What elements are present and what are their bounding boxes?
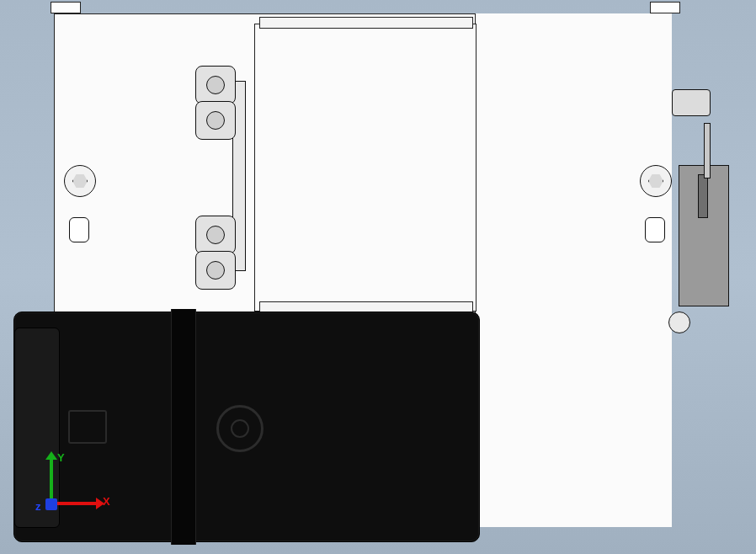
hex-fastener-right (640, 165, 672, 197)
mount-boss (195, 251, 236, 290)
clamp-slot (698, 174, 708, 218)
panel-rail-top (259, 17, 473, 29)
right-column (475, 13, 672, 527)
orientation-triad[interactable]: Y X z (37, 453, 108, 522)
mount-boss (195, 216, 236, 254)
raised-panel (254, 24, 476, 312)
motor-mark-rect (68, 410, 107, 444)
mount-bracket (195, 66, 251, 285)
axis-origin (45, 498, 57, 510)
axis-label-y: Y (57, 451, 65, 464)
axis-y (50, 458, 53, 500)
axis-x (56, 502, 98, 505)
motor-band (171, 309, 196, 545)
connector-pin (704, 123, 711, 178)
axis-label-x: X (103, 495, 110, 508)
round-boss (668, 312, 690, 333)
motor-center-ring (216, 405, 264, 452)
side-clamp (679, 165, 729, 306)
top-tab-right (650, 2, 680, 13)
slot-right (645, 217, 665, 242)
top-tab-left (51, 2, 81, 13)
connector-stub (672, 89, 711, 116)
slot-left (69, 217, 89, 242)
axis-label-z: z (35, 500, 41, 513)
hex-fastener-left (64, 165, 96, 197)
mount-boss (195, 101, 236, 140)
mount-boss (195, 66, 236, 104)
cad-viewport[interactable]: Y X z (0, 0, 756, 554)
